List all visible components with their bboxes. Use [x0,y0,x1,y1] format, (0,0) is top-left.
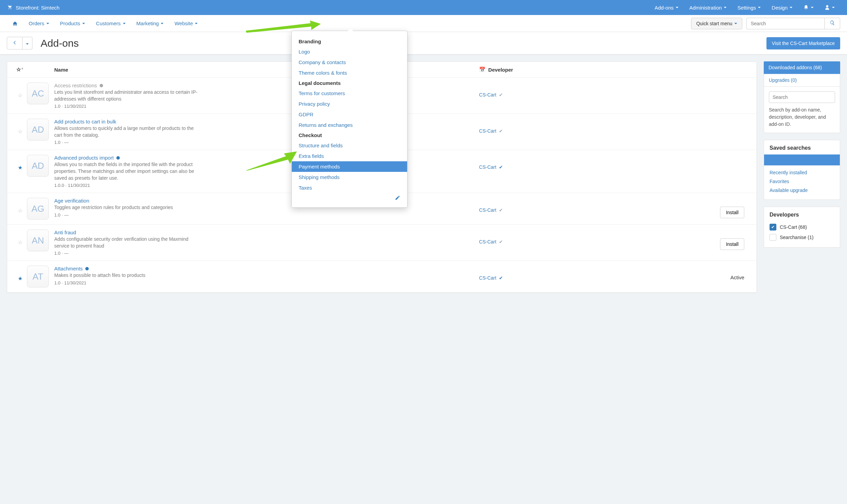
addon-desc: Makes it possible to attach files to pro… [54,272,198,279]
verified-check-icon: ✔ [499,275,503,281]
addon-title: Access restrictions [54,83,97,88]
dd-item-company-contacts[interactable]: Company & contacts [292,57,407,68]
th-name[interactable]: Name [54,67,479,73]
addon-meta: 1.0 · 11/30/2021 [54,280,479,285]
dd-item-payment-methods[interactable]: Payment methods [292,161,407,172]
home-icon[interactable] [7,15,23,32]
favorite-toggle[interactable]: ☆ [13,198,27,214]
addon-badge: AC [27,83,49,104]
dd-item-returns-and-exchanges[interactable]: Returns and exchanges [292,120,407,130]
back-button[interactable] [7,37,23,49]
calendar-icon: 📅 [479,66,486,73]
cart-icon [7,4,12,11]
dd-item-logo[interactable]: Logo [292,46,407,57]
addon-title-link[interactable]: Attachments [54,266,83,271]
checkbox-icon [770,234,776,241]
quick-start-button[interactable]: Quick start menu [691,18,742,29]
addon-title-link[interactable]: Add products to cart in bulk [54,119,116,124]
topmenu-settings[interactable]: Settings [732,0,766,15]
addon-meta: 1.0 · — [54,140,479,145]
svg-point-0 [9,9,9,9]
addon-title-link[interactable]: Age verification [54,198,89,204]
nav-orders[interactable]: Orders [23,15,55,32]
user-icon[interactable] [819,0,840,15]
developer-link[interactable]: CS-Cart [479,207,497,213]
status-dot-icon [116,156,120,160]
addon-meta: 1.0 · — [54,212,479,218]
developer-link[interactable]: CS-Cart [479,128,497,134]
saved-searches-heading: Saved searches [770,145,834,151]
addon-desc: Toggles age restriction rules for produc… [54,204,198,211]
dd-item-taxes[interactable]: Taxes [292,182,407,193]
developer-link[interactable]: CS-Cart [479,164,497,170]
saved-search-link[interactable]: Favorites [770,177,834,186]
addon-badge: AT [27,266,49,287]
dd-item-gdpr[interactable]: GDPR [292,109,407,120]
developer-filter[interactable]: ✔CS-Cart (68) [770,222,834,232]
quick-start-label: Quick start menu [696,21,732,26]
nav-products[interactable]: Products [55,15,90,32]
dd-item-structure-and-fields[interactable]: Structure and fields [292,140,407,151]
addon-row: ★ATAttachments Makes it possible to atta… [7,261,757,293]
dd-item-privacy-policy[interactable]: Privacy policy [292,99,407,109]
dd-heading-checkout: Checkout [292,130,407,140]
dd-item-shipping-methods[interactable]: Shipping methods [292,172,407,182]
navbar: OrdersProductsCustomersMarketingWebsite … [0,15,847,32]
developer-link[interactable]: CS-Cart [479,92,497,98]
addon-meta: 1.0 · 11/30/2021 [54,104,479,109]
sidebar-search: Search by add-on name, description, deve… [764,87,840,133]
favorite-toggle[interactable]: ★ [13,266,27,282]
dd-item-terms-for-customers[interactable]: Terms for customers [292,88,407,99]
dd-heading-legal: Legal documents [292,78,407,88]
global-search-button[interactable] [825,18,840,29]
dd-item-theme-colors-fonts[interactable]: Theme colors & fonts [292,68,407,78]
developer-link[interactable]: CS-Cart [479,239,497,244]
developer-filter[interactable]: Searchanise (1) [770,232,834,242]
topmenu-add-ons[interactable]: Add-ons [649,0,684,15]
back-dropdown[interactable] [23,37,32,49]
addon-badge: AG [27,198,49,220]
saved-search-link[interactable]: Recently installed [770,168,834,177]
visit-marketplace-button[interactable]: Visit the CS-Cart Marketplace [766,37,840,49]
status-dot-icon [100,84,103,87]
topmenu-design[interactable]: Design [766,0,798,15]
quick-start-dropdown: Branding LogoCompany & contactsTheme col… [291,31,407,208]
tab-downloaded[interactable]: Downloaded addons (68) [764,61,840,74]
install-button[interactable]: Install [720,207,744,218]
global-search-input[interactable] [746,18,825,29]
favorite-toggle[interactable]: ☆ [13,229,27,246]
saved-search-link[interactable]: Available upgrade [770,186,834,195]
checkbox-icon: ✔ [770,224,776,231]
storefront-label[interactable]: Storefront: Simtech [16,5,59,11]
developers-heading: Developers [770,212,834,218]
th-favorite-icon[interactable]: ☆▲ [13,66,27,73]
install-button[interactable]: Install [720,238,744,250]
dd-edit-icon[interactable] [292,193,407,202]
addon-badge: AN [27,229,49,251]
addon-badge: AD [27,155,49,177]
addon-meta: 1.0 · — [54,251,479,256]
titlebar: Add-ons Visit the CS-Cart Marketplace [0,32,847,55]
verified-check-icon: ✔ [499,164,503,170]
favorite-toggle[interactable]: ☆ [13,83,27,99]
dd-item-extra-fields[interactable]: Extra fields [292,151,407,161]
topbar: Storefront: Simtech Add-onsAdministratio… [0,0,847,15]
sidebar-search-input[interactable] [769,91,835,103]
nav-website[interactable]: Website [169,15,203,32]
addon-row: ☆ANAnti fraud Adds configurable security… [7,225,757,261]
favorite-toggle[interactable]: ★ [13,155,27,171]
addon-desc: Allows you to match the fields in the im… [54,161,198,181]
th-developer[interactable]: Developer [488,67,513,73]
addon-title-link[interactable]: Advanced products import [54,155,114,161]
addon-desc: Lets you limit storefront and administra… [54,89,198,102]
verified-check-icon: ✔ [499,128,503,134]
dd-heading-branding: Branding [292,36,407,46]
addon-title-link[interactable]: Anti fraud [54,229,76,235]
topmenu-administration[interactable]: Administration [684,0,732,15]
developer-link[interactable]: CS-Cart [479,275,497,281]
tab-upgrades[interactable]: Upgrades (0) [764,74,840,87]
favorite-toggle[interactable]: ☆ [13,119,27,135]
bell-icon[interactable] [798,0,819,15]
nav-marketing[interactable]: Marketing [131,15,169,32]
nav-customers[interactable]: Customers [90,15,131,32]
